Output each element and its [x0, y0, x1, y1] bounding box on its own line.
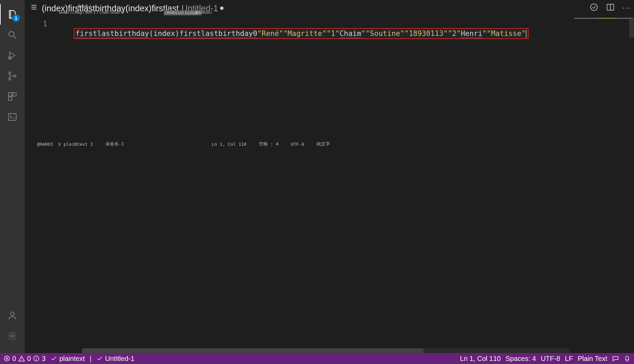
dirty-indicator-icon: [220, 6, 224, 10]
check-circle-icon: [589, 3, 598, 12]
status-spell-file-label: Untitled-1: [105, 355, 135, 363]
line-number: 1: [25, 20, 47, 28]
token: ""Soutine": [361, 29, 404, 38]
editor: 1 firstlastbirthday(index)firstlastbirth…: [25, 17, 634, 353]
extensions-icon: [7, 91, 17, 102]
activity-extensions[interactable]: [4, 86, 21, 107]
more-actions-button[interactable]: ···: [622, 3, 631, 12]
warning-icon: [18, 355, 25, 362]
activity-settings[interactable]: [4, 326, 21, 346]
unnamed-chip: 未命名-I: [105, 141, 124, 147]
title-actions: ···: [589, 3, 631, 13]
source-control-icon: [7, 71, 17, 81]
side-id: @0A003: [37, 142, 53, 147]
overlay-hint-d: JMatisseJ: [195, 10, 212, 14]
token: "1": [327, 29, 340, 38]
tab-bar: (index)firstlastbirthday(index)firstlast…: [0, 0, 634, 17]
check-icon: [96, 355, 103, 362]
terminal-icon: [7, 112, 17, 122]
mode-chip: 純文字: [317, 141, 330, 147]
status-spell-lang[interactable]: plaintext: [50, 355, 85, 363]
split-icon: [606, 3, 615, 12]
list-icon: [30, 3, 38, 13]
error-count: 0: [12, 355, 16, 363]
svg-rect-8: [9, 114, 16, 120]
spaces-chip: 空格 : 4: [259, 141, 278, 147]
status-spell-lang-label: plaintext: [59, 355, 85, 363]
token: Chaim: [340, 29, 361, 38]
svg-rect-6: [13, 93, 16, 96]
warning-count: 0: [27, 355, 31, 363]
svg-point-0: [9, 31, 14, 37]
horizontal-scrollbar[interactable]: [82, 348, 570, 353]
activity-explorer[interactable]: 1: [4, 4, 21, 25]
svg-point-10: [11, 335, 14, 337]
minimap-slider[interactable]: [629, 17, 634, 38]
activity-search[interactable]: [4, 25, 21, 45]
feedback-icon: [612, 355, 619, 362]
search-icon: [7, 30, 17, 40]
lncol-chip: Ln 1, Col 110: [212, 142, 246, 147]
floating-status-row: @0A003 V plaiNtext I 未命名-I Ln 1, Col 110…: [58, 140, 511, 148]
check-icon: [50, 355, 57, 362]
run-debug-icon: [7, 50, 17, 61]
info-icon: [33, 355, 40, 362]
svg-point-9: [11, 312, 14, 315]
overlay-hint-b: 未命名-I: [77, 3, 91, 9]
bell-icon: [624, 355, 631, 362]
gear-icon: [7, 331, 17, 341]
error-icon: [3, 355, 10, 362]
token: "18930113": [405, 29, 448, 38]
lang-hint-chip: V plaiNtext I: [58, 142, 93, 147]
status-feedback[interactable]: [612, 355, 619, 362]
token: ""Matisse": [482, 29, 525, 38]
token: "René": [257, 29, 283, 38]
token: firstlastbirthday0: [179, 29, 257, 38]
token: "2": [448, 29, 461, 38]
separator: |: [90, 355, 91, 363]
explorer-badge: 1: [12, 14, 20, 22]
minimap[interactable]: [572, 17, 634, 353]
activity-run-debug[interactable]: [4, 45, 21, 66]
activity-account[interactable]: [4, 305, 21, 326]
code-area[interactable]: firstlastbirthday(index)firstlastbirthda…: [56, 17, 572, 353]
enc-chip: UTF-8: [291, 142, 304, 147]
status-lncol[interactable]: Ln 1, Col 110: [460, 355, 501, 363]
text-caret: [526, 30, 527, 38]
activity-terminal[interactable]: [4, 107, 21, 127]
minimap-line: [574, 18, 633, 19]
info-count: 3: [42, 355, 46, 363]
gutter: 1: [25, 17, 56, 353]
status-eol[interactable]: LF: [565, 355, 573, 363]
scrollbar-thumb[interactable]: [82, 348, 423, 353]
svg-point-11: [591, 4, 597, 11]
activity-bottom-group: [4, 305, 21, 346]
svg-point-2: [9, 72, 11, 74]
svg-rect-5: [9, 93, 12, 96]
compare-changes-button[interactable]: [589, 3, 598, 13]
status-bell[interactable]: [624, 355, 631, 362]
split-editor-button[interactable]: [606, 3, 615, 13]
status-encoding[interactable]: UTF-8: [541, 355, 560, 363]
overlay-hint-a: andex ) | Mag r item 1 J Chain South in: [59, 10, 124, 14]
activity-bar: 1: [0, 0, 25, 353]
status-language[interactable]: Plain Text: [578, 355, 607, 363]
token: "Magritte": [283, 29, 326, 38]
activity-scm[interactable]: [4, 66, 21, 86]
svg-point-3: [9, 78, 11, 80]
status-problems[interactable]: 0 0 3: [3, 355, 46, 363]
status-bar: 0 0 3 plaintext | Untitled-1 Ln 1, Col 1…: [0, 353, 634, 364]
svg-point-4: [14, 75, 16, 77]
account-icon: [7, 310, 17, 321]
token: (index): [149, 29, 180, 38]
code-line-1[interactable]: firstlastbirthday(index)firstlastbirthda…: [74, 28, 529, 39]
token: firstlastbirthday: [76, 29, 149, 38]
status-spell-file[interactable]: Untitled-1: [96, 355, 135, 363]
token: Henri: [461, 29, 482, 38]
svg-rect-7: [9, 97, 12, 100]
status-indent[interactable]: Spaces: 4: [506, 355, 536, 363]
